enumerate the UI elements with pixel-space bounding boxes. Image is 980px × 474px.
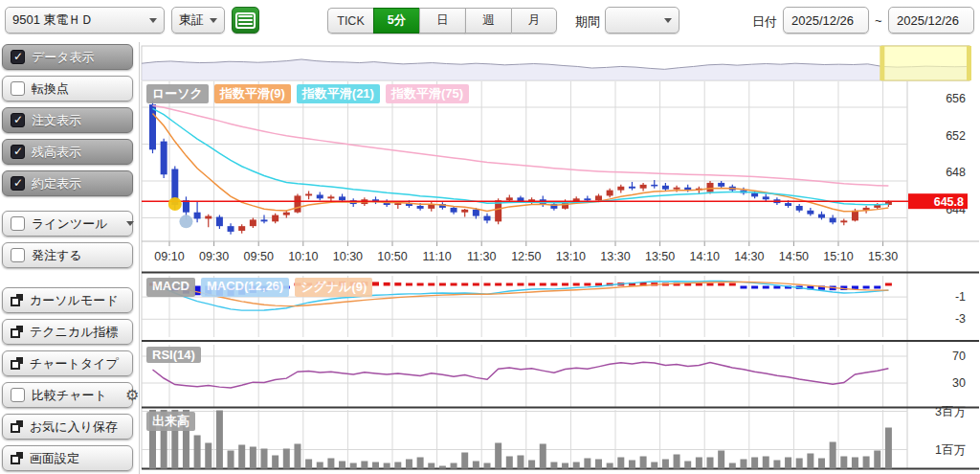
tab-month[interactable]: 月 xyxy=(511,8,557,34)
svg-text:14:10: 14:10 xyxy=(690,250,720,263)
svg-text:11:30: 11:30 xyxy=(467,250,496,263)
rsi-line xyxy=(153,362,889,388)
sidebar-item-label: 転換点 xyxy=(32,80,69,98)
checkbox-icon xyxy=(11,50,25,64)
sidebar-item-compare-chart[interactable]: 比較チャート xyxy=(2,382,133,408)
window-icon xyxy=(11,294,23,306)
date-range-tilde: ~ xyxy=(875,13,882,28)
svg-text:10:30: 10:30 xyxy=(333,250,363,263)
svg-text:30: 30 xyxy=(952,376,966,390)
checkbox-icon xyxy=(11,216,25,231)
date-label: 日付 xyxy=(752,13,777,31)
svg-text:3百万: 3百万 xyxy=(935,405,966,418)
exchange-select[interactable]: 東証 xyxy=(171,7,225,34)
chevron-down-icon xyxy=(149,18,157,23)
svg-text:648: 648 xyxy=(946,166,966,179)
sidebar-item-technical-indicators[interactable]: テクニカル指標 xyxy=(2,319,133,345)
balance-marker xyxy=(179,214,192,228)
gear-icon[interactable] xyxy=(125,388,139,403)
svg-text:1百万: 1百万 xyxy=(935,443,966,457)
svg-text:12:50: 12:50 xyxy=(511,250,541,263)
navigator-selection[interactable] xyxy=(881,46,969,80)
svg-text:-1: -1 xyxy=(955,290,966,304)
svg-text:09:10: 09:10 xyxy=(154,250,184,263)
svg-text:13:50: 13:50 xyxy=(645,250,675,263)
sidebar-item-data-display[interactable]: データ表示 xyxy=(2,44,133,70)
svg-text:09:50: 09:50 xyxy=(244,250,274,263)
window-icon xyxy=(11,452,23,464)
interval-tabs: TICK5分日週月 xyxy=(327,8,557,34)
checkbox-icon xyxy=(11,81,25,96)
svg-text:15:30: 15:30 xyxy=(868,250,898,263)
exchange-label: 東証 xyxy=(179,11,204,29)
order-marker xyxy=(168,197,182,211)
svg-text:13:30: 13:30 xyxy=(600,250,630,263)
chart-canvas[interactable]: 65665264864409:1009:3009:5010:1010:3010:… xyxy=(140,42,980,474)
sidebar-item-order-display[interactable]: 注文表示 xyxy=(2,107,133,133)
chevron-down-icon xyxy=(210,18,217,23)
tab-week[interactable]: 週 xyxy=(465,8,511,34)
date-from-input[interactable]: 2025/12/26 xyxy=(783,7,869,34)
navigator-handle-left[interactable] xyxy=(880,46,884,80)
sidebar-item-label: 比較チャート xyxy=(32,387,107,404)
sidebar-item-line-tool[interactable]: ラインツール xyxy=(2,211,133,237)
sidebar-item-label: カーソルモード xyxy=(30,292,119,309)
period-label: 期間 xyxy=(575,13,600,31)
sidebar: データ表示転換点注文表示残高表示約定表示ラインツール発注するカーソルモードテクニ… xyxy=(2,44,137,474)
sidebar-item-label: 残高表示 xyxy=(32,144,81,161)
svg-text:656: 656 xyxy=(946,92,966,105)
window-icon xyxy=(11,326,23,338)
sidebar-item-label: データ表示 xyxy=(32,49,95,66)
svg-text:13:10: 13:10 xyxy=(556,250,586,263)
date-to-input[interactable]: 2025/12/26 xyxy=(888,7,974,34)
svg-text:652: 652 xyxy=(946,129,966,143)
symbol-list-button[interactable] xyxy=(232,7,259,34)
chevron-down-icon xyxy=(126,221,134,226)
period-select[interactable] xyxy=(605,7,679,34)
window-icon xyxy=(11,357,23,370)
chart-area: ローソク指数平滑(9)指数平滑(21)指数平滑(75) MACDMACD(12,… xyxy=(139,42,980,474)
tab-day[interactable]: 日 xyxy=(419,8,465,34)
svg-text:70: 70 xyxy=(952,350,966,363)
checkbox-icon xyxy=(11,248,25,262)
svg-text:14:50: 14:50 xyxy=(779,250,809,263)
sidebar-item-label: 注文表示 xyxy=(32,112,81,129)
svg-text:10:10: 10:10 xyxy=(288,250,318,263)
stock-chart-app: 9501 東電ＨＤ 東証 TICK5分日週月 期間 日付 2025/12/26 … xyxy=(0,0,980,474)
symbol-label: 9501 東電ＨＤ xyxy=(12,11,94,29)
svg-text:15:10: 15:10 xyxy=(823,250,853,263)
candles-layer xyxy=(149,101,892,235)
symbol-select[interactable]: 9501 東電ＨＤ xyxy=(5,7,165,34)
sidebar-item-save-favorite[interactable]: お気に入り保存 xyxy=(2,414,133,440)
sidebar-item-label: 約定表示 xyxy=(32,175,81,192)
sidebar-item-label: お気に入り保存 xyxy=(30,418,118,436)
sidebar-item-place-order[interactable]: 発注する xyxy=(2,242,133,268)
sidebar-item-execution-display[interactable]: 約定表示 xyxy=(2,170,133,196)
navigator-handle-right[interactable] xyxy=(967,46,971,80)
sidebar-item-label: テクニカル指標 xyxy=(30,324,119,341)
svg-text:-3: -3 xyxy=(955,312,966,326)
sidebar-item-label: 画面設定 xyxy=(30,450,79,467)
ema-21-line xyxy=(153,108,889,204)
sidebar-item-turning-point[interactable]: 転換点 xyxy=(2,76,133,102)
svg-text:645.8: 645.8 xyxy=(934,195,964,209)
checkbox-icon xyxy=(11,145,25,159)
checkbox-icon xyxy=(11,388,25,402)
svg-text:09:30: 09:30 xyxy=(199,250,229,263)
toolbar: 9501 東電ＨＤ 東証 TICK5分日週月 期間 日付 2025/12/26 … xyxy=(0,0,980,42)
sidebar-item-label: チャートタイプ xyxy=(30,355,119,372)
sidebar-item-balance-display[interactable]: 残高表示 xyxy=(2,139,133,165)
list-icon xyxy=(235,12,256,29)
tab-tick[interactable]: TICK xyxy=(327,8,373,34)
tab-5min[interactable]: 5分 xyxy=(373,8,419,34)
checkbox-icon xyxy=(11,113,25,127)
sidebar-item-chart-type[interactable]: チャートタイプ xyxy=(2,350,133,376)
svg-text:11:10: 11:10 xyxy=(422,250,451,263)
svg-text:10:50: 10:50 xyxy=(377,250,407,263)
sidebar-item-label: ラインツール xyxy=(32,215,108,233)
chevron-down-icon xyxy=(664,18,672,23)
window-icon xyxy=(11,420,23,433)
sidebar-item-cursor-mode[interactable]: カーソルモード xyxy=(2,287,133,313)
ema-75-line xyxy=(153,105,889,186)
sidebar-item-screen-settings[interactable]: 画面設定 xyxy=(2,445,133,471)
